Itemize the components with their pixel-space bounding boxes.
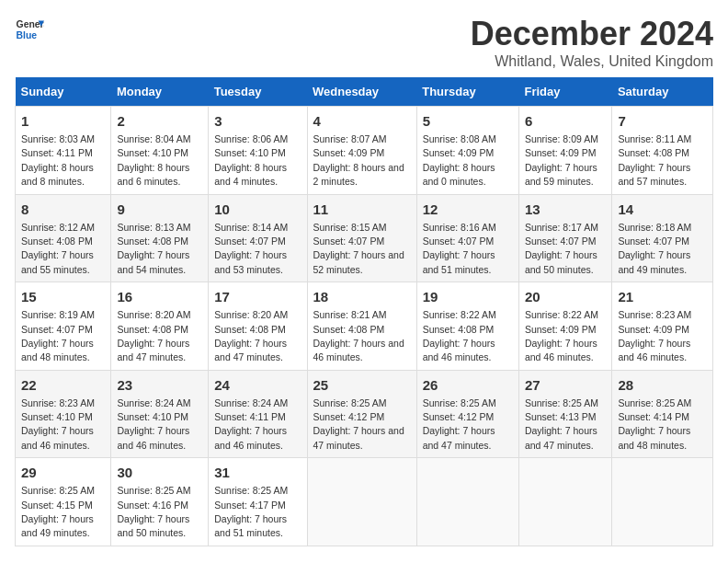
day-detail: Sunrise: 8:06 AMSunset: 4:10 PMDaylight:… xyxy=(214,133,288,187)
week-row-3: 15 Sunrise: 8:19 AMSunset: 4:07 PMDaylig… xyxy=(16,282,713,371)
day-cell: 5 Sunrise: 8:08 AMSunset: 4:09 PMDayligh… xyxy=(416,107,518,195)
day-header-sunday: Sunday xyxy=(16,77,111,107)
day-detail: Sunrise: 8:03 AMSunset: 4:11 PMDaylight:… xyxy=(21,133,95,187)
day-detail: Sunrise: 8:25 AMSunset: 4:12 PMDaylight:… xyxy=(423,397,496,451)
day-cell: 17 Sunrise: 8:20 AMSunset: 4:08 PMDaylig… xyxy=(209,282,307,371)
day-cell: 8 Sunrise: 8:12 AMSunset: 4:08 PMDayligh… xyxy=(16,194,111,282)
day-number: 14 xyxy=(618,200,707,219)
week-row-5: 29 Sunrise: 8:25 AMSunset: 4:15 PMDaylig… xyxy=(16,458,713,546)
day-number: 18 xyxy=(313,287,411,306)
day-header-saturday: Saturday xyxy=(612,77,713,107)
day-cell: 30 Sunrise: 8:25 AMSunset: 4:16 PMDaylig… xyxy=(111,458,209,546)
day-cell: 2 Sunrise: 8:04 AMSunset: 4:10 PMDayligh… xyxy=(111,107,209,195)
day-detail: Sunrise: 8:23 AMSunset: 4:09 PMDaylight:… xyxy=(618,309,691,362)
day-detail: Sunrise: 8:24 AMSunset: 4:10 PMDaylight:… xyxy=(117,397,190,451)
day-number: 30 xyxy=(117,463,202,482)
day-number: 31 xyxy=(214,463,301,482)
day-cell: 7 Sunrise: 8:11 AMSunset: 4:08 PMDayligh… xyxy=(612,107,713,195)
day-detail: Sunrise: 8:24 AMSunset: 4:11 PMDaylight:… xyxy=(214,397,288,451)
day-detail: Sunrise: 8:09 AMSunset: 4:09 PMDaylight:… xyxy=(525,133,598,187)
day-cell: 9 Sunrise: 8:13 AMSunset: 4:08 PMDayligh… xyxy=(111,194,209,282)
day-cell: 13 Sunrise: 8:17 AMSunset: 4:07 PMDaylig… xyxy=(518,194,611,282)
day-number: 7 xyxy=(618,111,707,131)
day-header-monday: Monday xyxy=(111,77,209,107)
day-number: 19 xyxy=(423,287,513,306)
day-detail: Sunrise: 8:25 AMSunset: 4:17 PMDaylight:… xyxy=(214,485,288,538)
day-number: 3 xyxy=(214,111,301,131)
day-number: 5 xyxy=(423,111,513,131)
day-header-friday: Friday xyxy=(518,77,611,107)
day-cell: 28 Sunrise: 8:25 AMSunset: 4:14 PMDaylig… xyxy=(612,370,713,458)
header: General Blue December 2024 Whitland, Wal… xyxy=(15,15,713,70)
day-number: 9 xyxy=(117,200,202,219)
day-detail: Sunrise: 8:04 AMSunset: 4:10 PMDaylight:… xyxy=(117,133,190,187)
day-detail: Sunrise: 8:07 AMSunset: 4:09 PMDaylight:… xyxy=(313,133,404,187)
day-detail: Sunrise: 8:25 AMSunset: 4:16 PMDaylight:… xyxy=(117,485,190,538)
logo-icon: General Blue xyxy=(15,15,44,44)
day-number: 10 xyxy=(214,200,301,219)
day-detail: Sunrise: 8:20 AMSunset: 4:08 PMDaylight:… xyxy=(117,309,190,362)
title-area: December 2024 Whitland, Wales, United Ki… xyxy=(471,15,713,70)
day-cell: 29 Sunrise: 8:25 AMSunset: 4:15 PMDaylig… xyxy=(16,458,111,546)
day-cell: 24 Sunrise: 8:24 AMSunset: 4:11 PMDaylig… xyxy=(209,370,307,458)
day-number: 23 xyxy=(117,375,202,395)
month-title: December 2024 xyxy=(471,15,713,53)
day-number: 2 xyxy=(117,111,202,131)
day-detail: Sunrise: 8:14 AMSunset: 4:07 PMDaylight:… xyxy=(214,222,288,275)
day-detail: Sunrise: 8:15 AMSunset: 4:07 PMDaylight:… xyxy=(313,222,404,275)
day-detail: Sunrise: 8:17 AMSunset: 4:07 PMDaylight:… xyxy=(525,222,598,275)
day-cell: 31 Sunrise: 8:25 AMSunset: 4:17 PMDaylig… xyxy=(209,458,307,546)
day-cell xyxy=(416,458,518,546)
location-title: Whitland, Wales, United Kingdom xyxy=(471,53,713,70)
day-cell: 6 Sunrise: 8:09 AMSunset: 4:09 PMDayligh… xyxy=(518,107,611,195)
day-detail: Sunrise: 8:08 AMSunset: 4:09 PMDaylight:… xyxy=(423,133,496,187)
day-cell: 19 Sunrise: 8:22 AMSunset: 4:08 PMDaylig… xyxy=(416,282,518,371)
day-cell: 14 Sunrise: 8:18 AMSunset: 4:07 PMDaylig… xyxy=(612,194,713,282)
day-cell: 18 Sunrise: 8:21 AMSunset: 4:08 PMDaylig… xyxy=(307,282,416,371)
day-detail: Sunrise: 8:19 AMSunset: 4:07 PMDaylight:… xyxy=(21,309,95,362)
day-cell: 4 Sunrise: 8:07 AMSunset: 4:09 PMDayligh… xyxy=(307,107,416,195)
day-cell: 25 Sunrise: 8:25 AMSunset: 4:12 PMDaylig… xyxy=(307,370,416,458)
day-number: 4 xyxy=(313,111,411,131)
day-number: 22 xyxy=(21,375,105,395)
day-detail: Sunrise: 8:20 AMSunset: 4:08 PMDaylight:… xyxy=(214,309,288,362)
day-cell: 22 Sunrise: 8:23 AMSunset: 4:10 PMDaylig… xyxy=(16,370,111,458)
week-row-4: 22 Sunrise: 8:23 AMSunset: 4:10 PMDaylig… xyxy=(16,370,713,458)
day-detail: Sunrise: 8:18 AMSunset: 4:07 PMDaylight:… xyxy=(618,222,691,275)
day-header-thursday: Thursday xyxy=(416,77,518,107)
day-cell: 23 Sunrise: 8:24 AMSunset: 4:10 PMDaylig… xyxy=(111,370,209,458)
day-number: 28 xyxy=(618,375,707,395)
day-number: 29 xyxy=(21,463,105,482)
day-detail: Sunrise: 8:22 AMSunset: 4:08 PMDaylight:… xyxy=(423,309,496,362)
day-number: 15 xyxy=(21,287,105,306)
day-detail: Sunrise: 8:12 AMSunset: 4:08 PMDaylight:… xyxy=(21,222,95,275)
day-number: 13 xyxy=(525,200,606,219)
day-detail: Sunrise: 8:16 AMSunset: 4:07 PMDaylight:… xyxy=(423,222,496,275)
day-cell: 26 Sunrise: 8:25 AMSunset: 4:12 PMDaylig… xyxy=(416,370,518,458)
calendar-table: SundayMondayTuesdayWednesdayThursdayFrid… xyxy=(15,77,713,546)
day-cell: 1 Sunrise: 8:03 AMSunset: 4:11 PMDayligh… xyxy=(16,107,111,195)
day-detail: Sunrise: 8:25 AMSunset: 4:12 PMDaylight:… xyxy=(313,397,404,451)
day-number: 21 xyxy=(618,287,707,306)
day-header-wednesday: Wednesday xyxy=(307,77,416,107)
day-detail: Sunrise: 8:25 AMSunset: 4:14 PMDaylight:… xyxy=(618,397,691,451)
day-detail: Sunrise: 8:13 AMSunset: 4:08 PMDaylight:… xyxy=(117,222,190,275)
day-number: 11 xyxy=(313,200,411,219)
day-cell xyxy=(612,458,713,546)
day-cell: 15 Sunrise: 8:19 AMSunset: 4:07 PMDaylig… xyxy=(16,282,111,371)
day-number: 1 xyxy=(21,111,105,131)
day-detail: Sunrise: 8:25 AMSunset: 4:13 PMDaylight:… xyxy=(525,397,598,451)
day-cell: 12 Sunrise: 8:16 AMSunset: 4:07 PMDaylig… xyxy=(416,194,518,282)
day-cell: 21 Sunrise: 8:23 AMSunset: 4:09 PMDaylig… xyxy=(612,282,713,371)
logo: General Blue xyxy=(15,15,44,44)
day-number: 16 xyxy=(117,287,202,306)
day-number: 25 xyxy=(313,375,411,395)
day-detail: Sunrise: 8:23 AMSunset: 4:10 PMDaylight:… xyxy=(21,397,95,451)
day-cell xyxy=(518,458,611,546)
day-detail: Sunrise: 8:22 AMSunset: 4:09 PMDaylight:… xyxy=(525,309,598,362)
day-number: 8 xyxy=(21,200,105,219)
day-number: 26 xyxy=(423,375,513,395)
day-number: 24 xyxy=(214,375,301,395)
day-detail: Sunrise: 8:11 AMSunset: 4:08 PMDaylight:… xyxy=(618,133,691,187)
day-header-tuesday: Tuesday xyxy=(209,77,307,107)
